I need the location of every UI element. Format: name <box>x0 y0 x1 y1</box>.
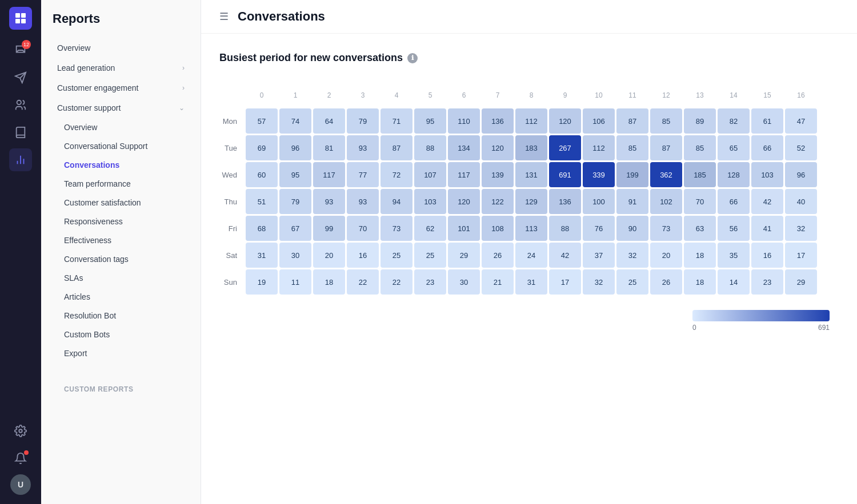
heatmap-cell: 73 <box>650 216 682 241</box>
heatmap-cell: 20 <box>313 243 345 268</box>
contacts-icon[interactable] <box>9 94 32 116</box>
inbox-icon[interactable]: 12 <box>9 39 32 62</box>
sidebar-subitem-resolution-bot[interactable]: Resolution Bot <box>46 307 196 325</box>
knowledge-icon[interactable] <box>9 121 32 144</box>
heatmap-cell: 40 <box>785 189 817 214</box>
heatmap-cell: 41 <box>751 216 783 241</box>
heatmap-cell: 21 <box>482 269 514 295</box>
heatmap-cell: 110 <box>448 108 480 134</box>
heatmap-cell: 19 <box>246 269 278 295</box>
col-label: 1 <box>279 82 311 107</box>
heatmap-cell: 23 <box>414 269 446 295</box>
heatmap-cell: 85 <box>616 135 648 160</box>
heatmap-cell: 64 <box>313 108 345 134</box>
sidebar-subitem-articles[interactable]: Articles <box>46 288 196 306</box>
heatmap-cell: 90 <box>616 216 648 241</box>
heatmap-cell: 88 <box>549 216 581 241</box>
heatmap-cell: 70 <box>684 189 716 214</box>
sidebar-subitem-team-performance[interactable]: Team performance <box>46 175 196 193</box>
heatmap-cell: 17 <box>785 243 817 268</box>
heatmap-cell: 18 <box>684 243 716 268</box>
app-logo[interactable] <box>9 7 32 30</box>
sidebar-subitem-conversation-tags[interactable]: Conversation tags <box>46 250 196 268</box>
heatmap-cell: 113 <box>515 216 547 241</box>
heatmap-cell: 120 <box>549 108 581 134</box>
heatmap-cell: 77 <box>347 162 379 187</box>
heatmap-cell: 51 <box>246 189 278 214</box>
heatmap-cell: 16 <box>347 243 379 268</box>
row-label: Tue <box>221 135 244 160</box>
heatmap-cell: 128 <box>718 162 750 187</box>
sidebar-item-overview[interactable]: Overview <box>46 38 196 58</box>
heatmap-cell: 22 <box>347 269 379 295</box>
heatmap-cell: 57 <box>246 108 278 134</box>
sidebar-item-customer-engagement[interactable]: Customer engagement › <box>46 78 196 98</box>
sidebar-subitem-export[interactable]: Export <box>46 344 196 362</box>
row-label: Sun <box>221 269 244 295</box>
heatmap-cell: 26 <box>650 269 682 295</box>
heatmap-cell: 25 <box>381 243 413 268</box>
heatmap-cell: 11 <box>279 269 311 295</box>
sidebar-subitem-responsiveness[interactable]: Responsiveness <box>46 212 196 231</box>
sidebar-subitem-slas[interactable]: SLAs <box>46 269 196 287</box>
col-label: 10 <box>583 82 615 107</box>
table-row: Sun1911182222233021311732252618142329 <box>221 269 817 295</box>
sidebar-subitem-conversational-support[interactable]: Conversational Support <box>46 137 196 155</box>
chevron-down-icon: ⌄ <box>179 104 185 112</box>
sidebar-subitem-custom-bots[interactable]: Custom Bots <box>46 325 196 344</box>
page-title: Conversations <box>238 9 325 24</box>
sidebar-subitem-customer-satisfaction[interactable]: Customer satisfaction <box>46 193 196 212</box>
heatmap-cell: 30 <box>448 269 480 295</box>
user-avatar[interactable]: U <box>10 474 31 495</box>
inbox-badge: 12 <box>22 40 31 49</box>
chevron-right-icon: › <box>182 84 185 92</box>
heatmap-cell: 136 <box>549 189 581 214</box>
heatmap-table: 012345678910111213141516Mon5774647971951… <box>219 80 819 296</box>
heatmap-cell: 30 <box>279 243 311 268</box>
heatmap-cell: 102 <box>650 189 682 214</box>
heatmap-cell: 66 <box>718 189 750 214</box>
heatmap-cell: 20 <box>650 243 682 268</box>
row-label: Thu <box>221 189 244 214</box>
svg-rect-0 <box>15 13 20 18</box>
info-icon[interactable]: ℹ <box>407 53 418 63</box>
sidebar-subitem-effectiveness[interactable]: Effectiveness <box>46 231 196 249</box>
col-label: 9 <box>549 82 581 107</box>
col-label: 16 <box>785 82 817 107</box>
svg-rect-1 <box>21 13 26 18</box>
outbound-icon[interactable] <box>9 66 32 89</box>
heatmap-cell: 183 <box>515 135 547 160</box>
heatmap-cell: 339 <box>583 162 615 187</box>
row-label: Wed <box>221 162 244 187</box>
row-label: Fri <box>221 216 244 241</box>
col-label: 0 <box>246 82 278 107</box>
heatmap-cell: 76 <box>583 216 615 241</box>
heatmap-cell: 85 <box>650 108 682 134</box>
notifications-icon[interactable] <box>9 447 32 470</box>
heatmap-cell: 199 <box>616 162 648 187</box>
col-label: 11 <box>616 82 648 107</box>
heatmap-cell: 26 <box>482 243 514 268</box>
sidebar-item-customer-support[interactable]: Customer support ⌄ <box>46 98 196 118</box>
heatmap-cell: 87 <box>381 135 413 160</box>
chevron-right-icon: › <box>182 64 185 72</box>
menu-icon[interactable]: ☰ <box>219 10 229 23</box>
sidebar-title: Reports <box>41 11 201 38</box>
heatmap-cell: 29 <box>785 269 817 295</box>
heatmap-cell: 65 <box>718 135 750 160</box>
legend-min: 0 <box>692 324 696 332</box>
reports-icon[interactable] <box>9 148 32 171</box>
heatmap-cell: 56 <box>718 216 750 241</box>
heatmap-cell: 73 <box>381 216 413 241</box>
sidebar-subitem-conversations[interactable]: Conversations <box>46 156 196 174</box>
settings-icon[interactable] <box>9 420 32 442</box>
heatmap-cell: 103 <box>751 162 783 187</box>
heatmap-container: 012345678910111213141516Mon5774647971951… <box>219 80 839 296</box>
heatmap-cell: 93 <box>347 189 379 214</box>
heatmap-cell: 117 <box>448 162 480 187</box>
heatmap-cell: 22 <box>381 269 413 295</box>
sidebar-subitem-overview[interactable]: Overview <box>46 118 196 136</box>
sidebar-item-lead-gen[interactable]: Lead generation › <box>46 58 196 78</box>
heatmap-cell: 94 <box>381 189 413 214</box>
table-row: Mon5774647971951101361121201068785898261… <box>221 108 817 134</box>
